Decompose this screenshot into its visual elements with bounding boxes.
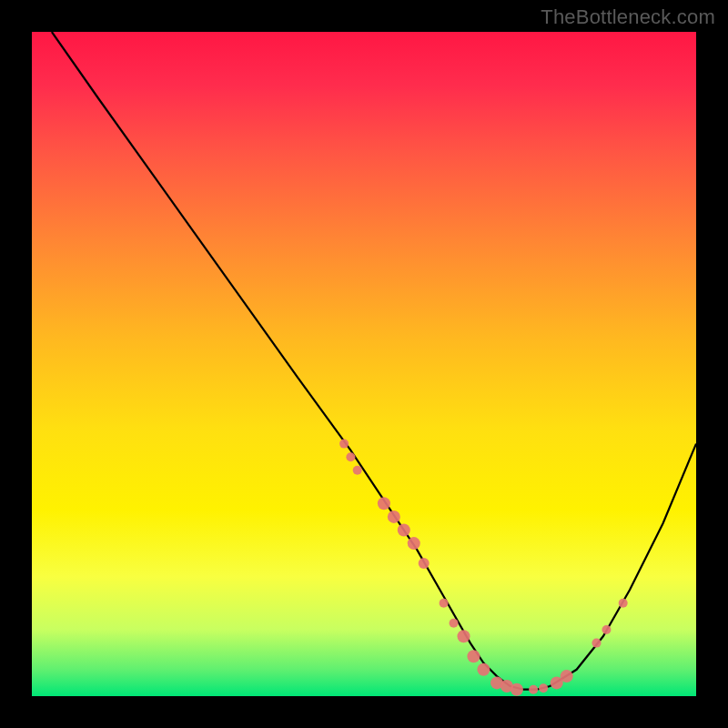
data-marker	[398, 524, 410, 537]
data-marker	[450, 619, 459, 628]
chart-svg	[32, 32, 696, 696]
watermark-text: TheBottleneck.com	[541, 5, 715, 29]
data-marker	[378, 497, 390, 510]
data-marker	[467, 650, 480, 662]
data-marker	[353, 466, 362, 475]
data-marker	[529, 685, 538, 694]
data-marker	[346, 452, 355, 461]
data-marker	[619, 599, 628, 608]
marker-group	[339, 440, 628, 696]
data-marker	[408, 537, 420, 550]
data-marker	[539, 683, 548, 693]
data-marker	[458, 630, 470, 642]
data-marker	[602, 625, 611, 634]
data-marker	[440, 599, 449, 608]
plot-area	[32, 32, 696, 696]
data-marker	[388, 511, 400, 523]
data-marker	[339, 440, 349, 449]
bottleneck-curve	[52, 32, 696, 690]
data-marker	[592, 639, 602, 648]
data-marker	[477, 663, 490, 676]
data-marker	[561, 670, 573, 682]
data-marker	[511, 683, 523, 696]
data-marker	[419, 558, 430, 569]
